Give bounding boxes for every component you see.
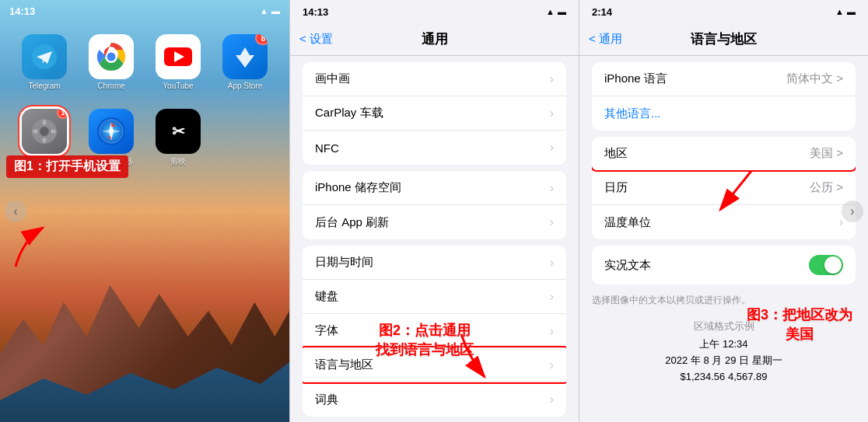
row-carplay[interactable]: CarPlay 车载 › — [303, 96, 566, 131]
row-label: 后台 App 刷新 — [315, 215, 389, 230]
row-label: 地区 — [604, 146, 628, 161]
row-value: 公历 > — [810, 180, 843, 195]
panel-home: 14:13 ▲ ▬ Telegram — [0, 0, 289, 422]
row-datetime[interactable]: 日期与时间 › — [303, 246, 566, 280]
chevron-icon: › — [550, 324, 554, 338]
example-date: 2022 年 8 月 29 日 星期一 — [592, 353, 856, 369]
row-keyboard[interactable]: 键盘 › — [303, 280, 566, 314]
region-status-bar: 2:14 ▲ ▬ — [579, 0, 868, 23]
row-livetext[interactable]: 实况文本 — [592, 246, 856, 284]
home-left-nav[interactable]: ‹ — [5, 201, 26, 222]
row-value: 美国 > — [810, 146, 843, 161]
wifi-icon: ▲ — [260, 6, 268, 16]
chevron-icon: › — [550, 290, 554, 304]
row-label: 温度单位 — [604, 215, 651, 230]
wifi-icon-2: ▲ — [546, 7, 555, 16]
chevron-icon: › — [550, 392, 554, 406]
app-icon-telegram[interactable]: Telegram — [12, 34, 76, 90]
settings-status-icons: ▲ ▬ — [546, 7, 566, 16]
home-status-icons: ▲ ▬ — [260, 6, 280, 16]
region-right-nav[interactable]: › — [842, 201, 863, 222]
chevron-icon: › — [550, 215, 554, 229]
app-label-youtube: YouTube — [163, 82, 193, 90]
region-section-livetext: 实况文本 — [592, 246, 856, 284]
settings-time: 14:13 — [303, 6, 328, 18]
settings-status-bar: 14:13 ▲ ▬ — [290, 0, 579, 23]
row-bgrefresh[interactable]: 后台 App 刷新 › — [303, 205, 566, 239]
row-nfc[interactable]: NFC › — [303, 131, 566, 165]
region-section-language: iPhone 语言 简体中文 > 其他语言... — [592, 62, 856, 131]
livetext-toggle[interactable] — [809, 255, 843, 275]
wifi-icon-3: ▲ — [835, 7, 844, 16]
battery-icon-2: ▬ — [558, 7, 566, 16]
home-status-bar: 14:13 ▲ ▬ — [0, 0, 289, 22]
row-label: CarPlay 车载 — [315, 106, 383, 120]
row-pictureinpicture[interactable]: 画中画 › — [303, 62, 566, 96]
battery-icon-3: ▬ — [847, 7, 856, 16]
annotation-3-line2: 美国 — [747, 325, 852, 344]
row-value: 简体中文 > — [786, 71, 843, 86]
row-label: 键盘 — [315, 289, 338, 304]
app-icon-chrome[interactable]: Chrome — [79, 34, 143, 90]
home-time: 14:13 — [9, 5, 35, 17]
annotation-1: 图1：打开手机设置 — [6, 155, 128, 178]
annotation-3-line1: 图3：把地区改为 — [747, 305, 852, 325]
row-other-language[interactable]: 其他语言... — [592, 96, 856, 131]
row-label: iPhone 储存空间 — [315, 180, 401, 195]
row-dictionary[interactable]: 词典 › — [303, 382, 566, 417]
chevron-icon: › — [550, 256, 554, 270]
battery-icon: ▬ — [271, 6, 280, 16]
row-label: 字体 — [315, 323, 338, 338]
app-label-appstore: App Store — [228, 82, 262, 90]
app-icon-appstore[interactable]: 8 App Store — [213, 34, 277, 90]
chevron-icon: › — [550, 141, 554, 155]
chevron-icon: › — [550, 72, 554, 86]
annotation-1-text: 图1：打开手机设置 — [6, 155, 128, 178]
settings-badge: 1 — [57, 109, 67, 119]
panel-settings: 14:13 ▲ ▬ < 设置 通用 画中画 › CarPlay 车载 › NFC… — [289, 0, 579, 422]
settings-nav-bar: < 设置 通用 — [290, 23, 579, 56]
example-currency: $1,234.56 4,567.89 — [592, 369, 856, 385]
row-storage[interactable]: iPhone 储存空间 › — [303, 171, 566, 205]
row-label: 词典 — [315, 392, 338, 407]
svg-point-4 — [107, 53, 116, 61]
row-label-blue: 其他语言... — [604, 106, 661, 121]
chevron-icon: › — [839, 215, 843, 229]
chevron-icon: › — [550, 181, 554, 195]
row-label: 语言与地区 — [315, 357, 373, 372]
svg-point-9 — [40, 127, 49, 136]
region-back-button[interactable]: < 通用 — [589, 32, 622, 47]
app-icon-youtube[interactable]: YouTube — [146, 34, 210, 90]
settings-section-1: 画中画 › CarPlay 车载 › NFC › — [303, 62, 566, 165]
region-time: 2:14 — [592, 6, 612, 18]
row-label: iPhone 语言 — [604, 71, 667, 86]
settings-section-2: iPhone 储存空间 › 后台 App 刷新 › — [303, 171, 566, 239]
settings-nav-title: 通用 — [422, 30, 448, 48]
region-status-icons: ▲ ▬ — [835, 7, 856, 16]
app-label-telegram: Telegram — [28, 82, 60, 90]
app-icon-capcut[interactable]: ✂ 剪映 — [146, 109, 210, 167]
panel-region: 2:14 ▲ ▬ < 通用 语言与地区 iPhone 语言 简体中文 > 其他语… — [579, 0, 868, 422]
row-label: 日历 — [604, 180, 628, 195]
region-nav-bar: < 通用 语言与地区 — [579, 23, 868, 56]
row-iphone-language[interactable]: iPhone 语言 简体中文 > — [592, 62, 856, 96]
app-label-chrome: Chrome — [97, 82, 125, 90]
row-label: 画中画 — [315, 71, 350, 86]
row-label: 日期与时间 — [315, 255, 373, 270]
row-label: NFC — [315, 141, 339, 155]
settings-back-button[interactable]: < 设置 — [299, 32, 333, 47]
row-label: 实况文本 — [604, 258, 651, 273]
chevron-icon: › — [550, 358, 554, 372]
app-label-capcut: 剪映 — [170, 156, 186, 167]
appstore-badge: 8 — [255, 34, 268, 45]
chevron-icon: › — [550, 106, 554, 120]
svg-text:✂: ✂ — [172, 123, 185, 140]
annotation-3: 图3：把地区改为 美国 — [747, 305, 852, 344]
region-nav-title: 语言与地区 — [691, 30, 757, 48]
